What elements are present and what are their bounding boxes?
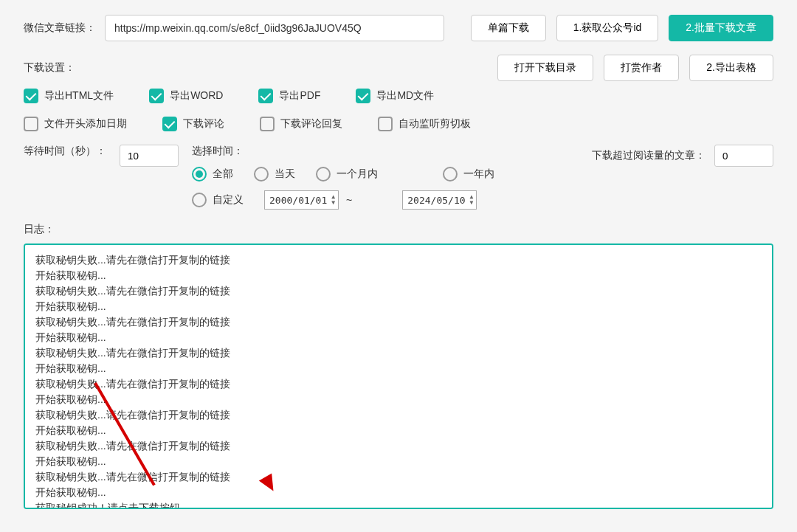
wait-time-input[interactable] bbox=[120, 145, 179, 167]
export-word-label: 导出WORD bbox=[170, 89, 223, 103]
radio-custom-label: 自定义 bbox=[213, 193, 244, 207]
wait-time-label: 等待时间（秒）： bbox=[24, 145, 106, 158]
time-chooser: 选择时间： 全部 当天 一个月内 一年内 自定义 bbox=[192, 145, 515, 210]
checkbox-icon bbox=[149, 89, 164, 103]
export-html-label: 导出HTML文件 bbox=[44, 89, 114, 103]
batch-download-button[interactable]: 2.批量下载文章 bbox=[669, 15, 773, 41]
radio-all[interactable]: 全部 bbox=[192, 167, 233, 182]
read-count-input[interactable] bbox=[714, 145, 773, 167]
log-line: 开始获取秘钥... bbox=[35, 392, 762, 407]
link-label: 微信文章链接： bbox=[24, 21, 96, 35]
get-account-id-button[interactable]: 1.获取公众号id bbox=[556, 15, 659, 41]
export-html-checkbox[interactable]: 导出HTML文件 bbox=[24, 89, 114, 103]
checkbox-icon bbox=[24, 117, 38, 131]
time-settings-row: 等待时间（秒）： 选择时间： 全部 当天 一个月内 一年内 bbox=[24, 145, 773, 210]
log-area[interactable]: 获取秘钥失败...请先在微信打开复制的链接开始获取秘钥...获取秘钥失败...请… bbox=[24, 243, 773, 509]
radio-icon bbox=[192, 167, 207, 182]
single-download-button[interactable]: 单篇下载 bbox=[471, 15, 546, 41]
auto-clipboard-checkbox[interactable]: 自动监听剪切板 bbox=[378, 117, 471, 131]
add-date-checkbox[interactable]: 文件开头添加日期 bbox=[24, 117, 127, 131]
radio-all-label: 全部 bbox=[213, 167, 233, 181]
log-line: 获取秘钥失败...请先在微信打开复制的链接 bbox=[35, 283, 762, 299]
log-line: 开始获取秘钥... bbox=[35, 454, 762, 469]
log-line: 开始获取秘钥... bbox=[35, 268, 762, 283]
download-replies-label: 下载评论回复 bbox=[280, 117, 342, 131]
radio-icon bbox=[316, 167, 331, 182]
log-label: 日志： bbox=[24, 223, 773, 236]
export-pdf-checkbox[interactable]: 导出PDF bbox=[258, 89, 320, 103]
spinner-icon: ▲▼ bbox=[470, 194, 474, 206]
add-date-label: 文件开头添加日期 bbox=[44, 117, 127, 131]
log-line: 获取秘钥失败...请先在微信打开复制的链接 bbox=[35, 469, 762, 485]
export-md-label: 导出MD文件 bbox=[376, 89, 434, 103]
log-line: 开始获取秘钥... bbox=[35, 330, 762, 345]
log-line: 获取秘钥失败...请先在微信打开复制的链接 bbox=[35, 345, 762, 361]
date-to-value: 2024/05/10 bbox=[407, 195, 465, 206]
radio-today[interactable]: 当天 bbox=[254, 167, 295, 182]
log-line: 获取秘钥失败...请先在微信打开复制的链接 bbox=[35, 314, 762, 330]
checkbox-row-1: 导出HTML文件 导出WORD 导出PDF 导出MD文件 bbox=[24, 89, 773, 103]
log-line: 开始获取秘钥... bbox=[35, 485, 762, 500]
date-separator: ~ bbox=[346, 194, 352, 206]
log-line: 获取秘钥失败...请先在微信打开复制的链接 bbox=[35, 252, 762, 268]
auto-clipboard-label: 自动监听剪切板 bbox=[398, 117, 471, 131]
donate-button[interactable]: 打赏作者 bbox=[604, 55, 679, 81]
spinner-icon: ▲▼ bbox=[331, 194, 335, 206]
log-line: 开始获取秘钥... bbox=[35, 423, 762, 438]
log-line: 获取秘钥失败...请先在微信打开复制的链接 bbox=[35, 407, 762, 423]
checkbox-icon bbox=[378, 117, 393, 131]
checkbox-icon bbox=[162, 117, 177, 131]
checkbox-icon bbox=[356, 89, 370, 103]
log-line: 开始获取秘钥... bbox=[35, 299, 762, 314]
date-from-input[interactable]: 2000/01/01 ▲▼ bbox=[264, 190, 339, 210]
log-line: 开始获取秘钥... bbox=[35, 361, 762, 376]
time-select-label: 选择时间： bbox=[192, 145, 515, 158]
url-row: 微信文章链接： 单篇下载 1.获取公众号id 2.批量下载文章 bbox=[24, 15, 773, 41]
date-to-input[interactable]: 2024/05/10 ▲▼ bbox=[402, 190, 477, 210]
read-count-label: 下载超过阅读量的文章： bbox=[592, 149, 705, 162]
export-pdf-label: 导出PDF bbox=[279, 89, 320, 103]
radio-icon bbox=[192, 193, 207, 207]
settings-header-row: 下载设置： 打开下载目录 打赏作者 2.导出表格 bbox=[24, 55, 773, 81]
url-input[interactable] bbox=[105, 15, 444, 41]
download-comments-label: 下载评论 bbox=[183, 117, 224, 131]
export-md-checkbox[interactable]: 导出MD文件 bbox=[356, 89, 434, 103]
download-replies-checkbox[interactable]: 下载评论回复 bbox=[260, 117, 342, 131]
date-from-value: 2000/01/01 bbox=[269, 195, 327, 206]
read-count-area: 下载超过阅读量的文章： bbox=[592, 145, 773, 167]
radio-custom[interactable]: 自定义 bbox=[192, 193, 244, 207]
radio-today-label: 当天 bbox=[275, 167, 295, 181]
download-comments-checkbox[interactable]: 下载评论 bbox=[162, 117, 224, 131]
log-line: 获取秘钥失败...请先在微信打开复制的链接 bbox=[35, 376, 762, 392]
radio-icon bbox=[443, 167, 458, 182]
open-download-dir-button[interactable]: 打开下载目录 bbox=[497, 55, 593, 81]
radio-one-month-label: 一个月内 bbox=[337, 167, 378, 181]
download-settings-label: 下载设置： bbox=[24, 61, 75, 75]
radio-one-year-label: 一年内 bbox=[463, 167, 494, 181]
export-table-button[interactable]: 2.导出表格 bbox=[689, 55, 773, 81]
export-word-checkbox[interactable]: 导出WORD bbox=[149, 89, 223, 103]
radio-one-month[interactable]: 一个月内 bbox=[316, 167, 378, 182]
radio-icon bbox=[254, 167, 269, 182]
log-line: 获取秘钥成功！请点击下载按钮 bbox=[35, 500, 762, 509]
checkbox-icon bbox=[258, 89, 273, 103]
checkbox-row-2: 文件开头添加日期 下载评论 下载评论回复 自动监听剪切板 bbox=[24, 117, 773, 131]
log-line: 获取秘钥失败...请先在微信打开复制的链接 bbox=[35, 438, 762, 454]
radio-one-year[interactable]: 一年内 bbox=[443, 167, 494, 182]
checkbox-icon bbox=[260, 117, 275, 131]
checkbox-icon bbox=[24, 89, 38, 103]
